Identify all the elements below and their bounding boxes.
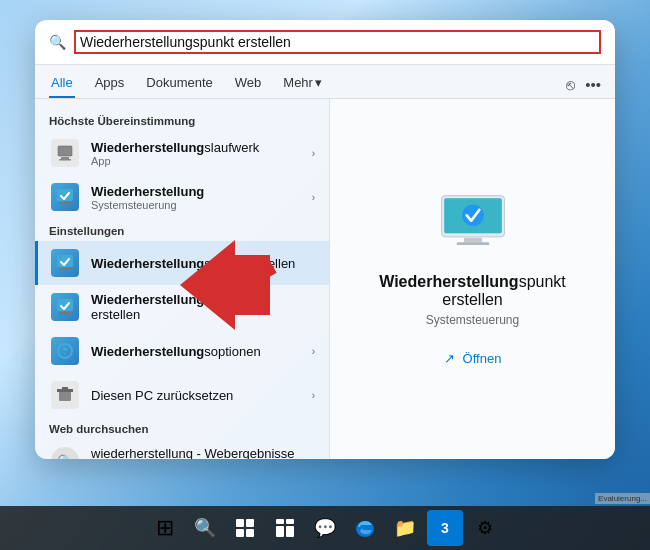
result-icon-restore [49, 137, 81, 169]
list-item[interactable]: Wiederherstellung Systemsteuerung › [35, 175, 329, 219]
files-button[interactable]: 📁 [387, 510, 423, 546]
result-icon-search: 🔍 [49, 445, 81, 459]
result-text: Wiederherstellungsoptionen [91, 344, 302, 359]
tab-bar: Alle Apps Dokumente Web Mehr ▾ ⎋ ••• [35, 65, 615, 99]
svg-rect-8 [59, 312, 71, 314]
result-icon-selected [49, 247, 81, 279]
chevron-right-icon: › [312, 346, 315, 357]
open-icon: ↗ [444, 351, 455, 366]
result-name: Diesen PC zurücksetzen [91, 388, 302, 403]
svg-rect-23 [246, 519, 254, 527]
svg-rect-28 [276, 526, 284, 537]
tab-apps[interactable]: Apps [93, 71, 127, 98]
tabs-right: ⎋ ••• [566, 76, 601, 93]
result-name: Wiederherstellung [91, 184, 302, 199]
result-text: Wiederherstellungslaufwerkerstellen [91, 292, 315, 322]
detail-icon [437, 193, 509, 257]
search-button[interactable]: 🔍 [187, 510, 223, 546]
settings-icon [51, 183, 79, 211]
taskbar: ⊞ 🔍 💬 📁 3 ⚙ [0, 506, 650, 550]
open-label: Öffnen [463, 351, 502, 366]
edge-button[interactable] [347, 510, 383, 546]
svg-rect-11 [57, 389, 73, 392]
start-button[interactable]: ⊞ [147, 510, 183, 546]
open-button[interactable]: ↗ Öffnen [444, 351, 502, 366]
chevron-right-icon: › [312, 390, 315, 401]
svg-rect-4 [59, 202, 71, 204]
result-text: Wiederherstellung Systemsteuerung [91, 184, 302, 211]
section-einstellungen: Einstellungen [35, 219, 329, 241]
more-icon[interactable]: ••• [585, 76, 601, 93]
search-icon: 🔍 [49, 34, 66, 50]
list-item[interactable]: Wiederherstellungslaufwerkerstellen [35, 285, 329, 329]
svg-rect-0 [58, 146, 72, 156]
detail-title: Wiederherstellungspunkt erstellen [350, 273, 595, 309]
tab-web[interactable]: Web [233, 71, 264, 98]
result-name: Wiederherstellungslaufwerk [91, 140, 302, 155]
list-item[interactable]: Diesen PC zurücksetzen › [35, 373, 329, 417]
svg-rect-27 [286, 519, 294, 524]
result-name: Wiederherstellungsoptionen [91, 344, 302, 359]
chevron-right-icon: › [312, 148, 315, 159]
result-icon [49, 335, 81, 367]
list-item[interactable]: Wiederherstellungsoptionen › [35, 329, 329, 373]
result-icon [49, 379, 81, 411]
right-panel: Wiederherstellungspunkt erstellen System… [330, 99, 615, 459]
svg-rect-16 [456, 242, 488, 245]
restore-icon [51, 139, 79, 167]
svg-rect-12 [62, 387, 68, 389]
taskview-button[interactable] [227, 510, 263, 546]
svg-point-10 [64, 353, 66, 355]
result-text: Wiederherstellungslaufwerk App [91, 140, 302, 167]
section-web: Web durchsuchen [35, 417, 329, 439]
tab-dokumente[interactable]: Dokumente [144, 71, 214, 98]
svg-rect-6 [59, 268, 71, 270]
list-item[interactable]: 🔍 wiederherstellung - Webergebnisseanzei… [35, 439, 329, 459]
chevron-right-icon: › [312, 456, 315, 460]
svg-rect-29 [286, 526, 294, 537]
result-text: Diesen PC zurücksetzen [91, 388, 302, 403]
svg-rect-26 [276, 519, 284, 524]
store-button[interactable]: 3 [427, 510, 463, 546]
result-icon-settings [49, 181, 81, 213]
web-search-icon: 🔍 [51, 447, 79, 459]
result-text: Wiederherstellungspunkt erstellen [91, 256, 315, 271]
result-text: wiederherstellung - Webergebnisseanzeige… [91, 446, 302, 459]
svg-rect-2 [59, 159, 71, 161]
search-bar: 🔍 [35, 20, 615, 65]
svg-rect-22 [236, 519, 244, 527]
desktop: 🔍 Alle Apps Dokumente Web Mehr ▾ ⎋ ••• H… [0, 0, 650, 550]
search-input[interactable] [74, 30, 601, 54]
settings-icon [51, 293, 79, 321]
monitor-svg [437, 193, 509, 253]
settings-icon [51, 249, 79, 277]
svg-point-9 [58, 344, 72, 358]
svg-rect-1 [61, 157, 69, 159]
settings-button[interactable]: ⚙ [467, 510, 503, 546]
svg-rect-15 [464, 237, 482, 242]
share-icon[interactable]: ⎋ [566, 76, 575, 93]
chevron-down-icon: ▾ [315, 75, 322, 90]
widgets-button[interactable] [267, 510, 303, 546]
chevron-right-icon: › [312, 192, 315, 203]
svg-rect-25 [246, 529, 254, 537]
tab-alle[interactable]: Alle [49, 71, 75, 98]
chat-button[interactable]: 💬 [307, 510, 343, 546]
settings-icon [51, 337, 79, 365]
result-name: Wiederherstellungspunkt erstellen [91, 256, 315, 271]
list-item-selected[interactable]: Wiederherstellungspunkt erstellen [35, 241, 329, 285]
result-icon [49, 291, 81, 323]
result-name: wiederherstellung - Webergebnisseanzeige… [91, 446, 302, 459]
eval-badge: Evaluierung... [595, 493, 650, 504]
search-popup: 🔍 Alle Apps Dokumente Web Mehr ▾ ⎋ ••• H… [35, 20, 615, 459]
result-sub: Systemsteuerung [91, 199, 302, 211]
main-content: Höchste Übereinstimmung Wiede [35, 99, 615, 459]
result-name: Wiederherstellungslaufwerkerstellen [91, 292, 315, 322]
result-sub: App [91, 155, 302, 167]
svg-rect-24 [236, 529, 244, 537]
detail-sub: Systemsteuerung [426, 313, 519, 327]
list-item[interactable]: Wiederherstellungslaufwerk App › [35, 131, 329, 175]
tab-mehr[interactable]: Mehr ▾ [281, 71, 324, 98]
section-highest-match: Höchste Übereinstimmung [35, 109, 329, 131]
restore-icon [51, 381, 79, 409]
